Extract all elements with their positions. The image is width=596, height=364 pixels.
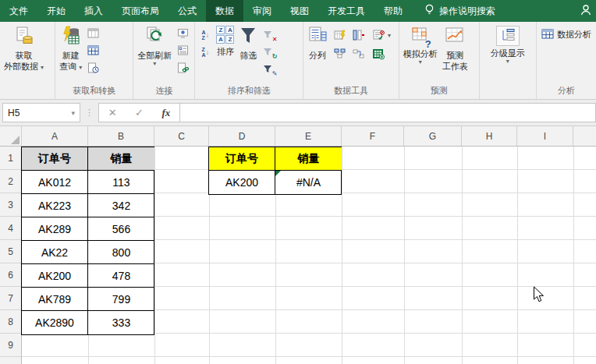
show-queries-button[interactable] — [85, 27, 101, 40]
tell-me-search[interactable]: 操作说明搜索 — [417, 0, 503, 22]
sort-ascending-button[interactable]: AZ ↓ — [197, 28, 213, 41]
new-query-button[interactable]: 新建 查询 ▾ — [57, 23, 84, 72]
row-header-4[interactable]: 4 — [0, 217, 21, 240]
group-label-outline-empty — [481, 83, 534, 99]
refresh-all-button[interactable]: 全部刷新 ▾ — [135, 23, 174, 67]
from-table-button[interactable] — [85, 44, 101, 57]
cell-a4[interactable]: AK289 — [22, 217, 88, 241]
remove-duplicates-button[interactable] — [350, 29, 366, 42]
consolidate-button[interactable] — [332, 48, 347, 61]
row-header-3[interactable]: 3 — [0, 193, 21, 217]
cell-a5[interactable]: AK22 — [22, 241, 88, 264]
sort-descending-button[interactable]: ZA ↓ — [197, 45, 213, 58]
cell-b6[interactable]: 478 — [88, 264, 154, 288]
cell-b3[interactable]: 342 — [88, 194, 154, 217]
group-sort-filter: AZ ↓ ZA ↓ ZAAZ 排序 筛选 — [195, 22, 303, 99]
new-query-icon — [61, 26, 81, 50]
cell-a3[interactable]: AK223 — [22, 194, 88, 217]
formula-input[interactable] — [180, 103, 596, 122]
insert-function-button[interactable]: fx — [161, 107, 170, 119]
cell-a2[interactable]: AK012 — [22, 171, 88, 194]
tab-view[interactable]: 视图 — [281, 0, 318, 22]
column-header-a[interactable]: A — [22, 126, 88, 146]
outline-button[interactable]: 分级显示 ▾ — [488, 23, 527, 65]
select-all-corner[interactable] — [0, 126, 22, 146]
manage-data-model-button[interactable] — [371, 48, 386, 61]
row-header-6[interactable]: 6 — [0, 263, 21, 287]
cell-e2[interactable]: #N/A — [275, 171, 342, 194]
tab-review[interactable]: 审阅 — [243, 0, 281, 22]
text-to-columns-label: 分列 — [309, 50, 326, 61]
relationships-button[interactable] — [350, 48, 366, 61]
name-box[interactable]: H5 ▾ — [2, 103, 80, 122]
reapply-filter-button[interactable]: ↻ — [261, 45, 276, 58]
column-header-e[interactable]: E — [275, 126, 342, 146]
flash-fill-button[interactable] — [332, 29, 347, 42]
data-validation-button[interactable]: ▾ — [371, 29, 386, 42]
forecast-sheet-button[interactable]: 预测 工作表 — [440, 23, 470, 72]
text-to-columns-button[interactable]: 分列 — [305, 23, 330, 61]
dropdown-arrow-icon: ▾ — [153, 61, 156, 67]
cell-b4[interactable]: 566 — [88, 217, 154, 241]
column-header-h[interactable]: H — [462, 126, 517, 146]
row-header-5[interactable]: 5 — [0, 240, 21, 263]
cell-d2[interactable]: AK200 — [209, 171, 275, 194]
cell-b7[interactable]: 799 — [88, 288, 154, 311]
cell-a1[interactable]: 订单号 — [22, 147, 88, 171]
cell-b8[interactable]: 333 — [88, 311, 154, 334]
column-header-b[interactable]: B — [88, 126, 154, 146]
row-header-7[interactable]: 7 — [0, 287, 21, 310]
dropdown-arrow-icon: ▾ — [419, 59, 422, 65]
cell-b5[interactable]: 800 — [88, 241, 154, 264]
filter-button[interactable]: 筛选 — [236, 23, 260, 61]
tab-page-layout[interactable]: 页面布局 — [112, 0, 169, 22]
row-header-2[interactable]: 2 — [0, 170, 21, 193]
column-headers: A B C D E F G H I — [0, 126, 596, 147]
tab-file[interactable]: 文件 — [0, 0, 37, 22]
cells-area[interactable]: 订单号 销量 AK012 113 AK223 342 AK289 566 AK2… — [22, 147, 596, 364]
tab-insert[interactable]: 插入 — [75, 0, 112, 22]
what-if-analysis-button[interactable]: ? 模拟分析 ▾ — [401, 23, 440, 65]
connections-button[interactable] — [175, 27, 190, 40]
column-header-c[interactable]: C — [154, 126, 209, 146]
tab-developer[interactable]: 开发工具 — [318, 0, 374, 22]
sort-button[interactable]: ZAAZ 排序 — [214, 23, 236, 57]
properties-icon — [177, 45, 189, 55]
recent-sources-button[interactable] — [85, 61, 101, 74]
cell-b1[interactable]: 销量 — [88, 147, 154, 171]
cell-a6[interactable]: AK200 — [22, 264, 88, 288]
forecast-sheet-line2: 工作表 — [442, 61, 468, 72]
data-analysis-button[interactable]: 数据分析 — [538, 23, 594, 46]
data-validation-icon — [373, 30, 385, 41]
tab-data[interactable]: 数据 — [206, 0, 243, 22]
get-external-data-button[interactable]: 获取 外部数据 ▾ — [2, 23, 46, 72]
cancel-button[interactable]: ✕ — [108, 107, 117, 118]
tab-formulas[interactable]: 公式 — [169, 0, 206, 22]
column-header-g[interactable]: G — [404, 126, 462, 146]
edit-links-button[interactable] — [175, 61, 190, 74]
name-box-dropdown-icon[interactable]: ▾ — [71, 109, 75, 117]
column-header-d[interactable]: D — [209, 126, 275, 146]
row-header-9[interactable]: 9 — [0, 334, 21, 357]
dropdown-arrow-icon: ▾ — [41, 64, 44, 71]
cell-a8[interactable]: AK2890 — [22, 311, 88, 334]
enter-button[interactable]: ✓ — [135, 107, 144, 118]
account-button[interactable] — [579, 0, 596, 22]
row-header-8[interactable]: 8 — [0, 310, 21, 334]
clear-filter-button[interactable]: ✕ — [261, 28, 276, 41]
formula-bar-handle-icon[interactable]: ⋮ — [80, 108, 98, 118]
column-header-f[interactable]: F — [342, 126, 404, 146]
advanced-filter-button[interactable]: ✎ — [261, 62, 276, 76]
tab-help[interactable]: 帮助 — [374, 0, 412, 22]
from-table-icon — [87, 45, 99, 55]
row-header-1[interactable]: 1 — [0, 147, 21, 170]
dropdown-arrow-icon: ▾ — [79, 64, 82, 71]
formula-buttons: ✕ ✓ fx — [98, 103, 180, 122]
column-header-i[interactable]: I — [517, 126, 573, 146]
cell-b2[interactable]: 113 — [88, 171, 154, 194]
cell-e1[interactable]: 销量 — [275, 147, 342, 171]
tab-home[interactable]: 开始 — [37, 0, 75, 22]
cell-a7[interactable]: AK789 — [22, 288, 88, 311]
cell-d1[interactable]: 订单号 — [209, 147, 275, 171]
properties-button[interactable] — [175, 44, 190, 57]
